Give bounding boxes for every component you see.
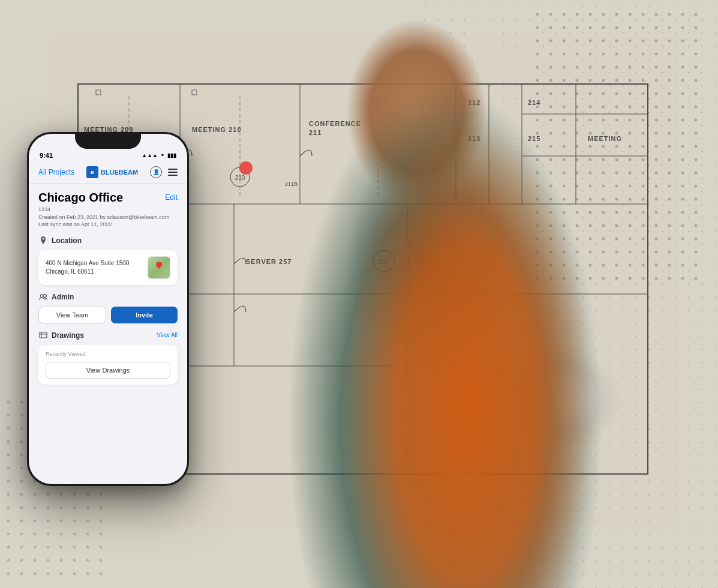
svg-point-41 xyxy=(41,294,44,297)
drawings-section: Drawings View All Recently Viewed View D… xyxy=(38,331,178,385)
phone-screen: 9:41 ▲▲▲ ⚬ ▮▮▮ All Projects B BLUEBEAM xyxy=(29,134,187,484)
view-all-link[interactable]: View All xyxy=(157,332,178,338)
admin-section-header: Admin xyxy=(38,292,178,302)
project-created: Created on Feb 23, 2021 by sdawson@blueb… xyxy=(38,214,178,221)
project-title-row: Chicago Office Edit xyxy=(38,191,178,205)
bb-logo-icon: B xyxy=(86,166,98,178)
view-team-button[interactable]: View Team xyxy=(38,307,106,323)
location-icon xyxy=(38,236,48,245)
phone-nav-bar: All Projects B BLUEBEAM 👤 xyxy=(29,164,187,184)
brand-name: BLUEBEAM xyxy=(101,169,138,176)
location-address: 400 N Michigan Ave Suite 1500 Chicago, I… xyxy=(46,259,129,276)
admin-buttons: View Team Invite xyxy=(38,307,178,323)
admin-label: Admin xyxy=(52,293,74,301)
phone-notch xyxy=(75,134,141,149)
all-projects-link[interactable]: All Projects xyxy=(38,168,74,176)
nav-icons: 👤 xyxy=(150,166,178,178)
drawings-label: Drawings xyxy=(52,331,84,340)
status-time: 9:41 xyxy=(40,152,53,159)
battery-icon: ▮▮▮ xyxy=(167,152,176,158)
svg-point-42 xyxy=(44,294,47,297)
menu-icon[interactable] xyxy=(168,169,178,176)
edit-link[interactable]: Edit xyxy=(165,193,178,202)
phone-frame: 9:41 ▲▲▲ ⚬ ▮▮▮ All Projects B BLUEBEAM xyxy=(27,132,189,486)
scene: MEETING 209 MEETING 210 CONFERENCE 211 2… xyxy=(0,0,718,588)
profile-icon[interactable]: 👤 xyxy=(150,166,162,178)
address-line2: Chicago, IL 60611 xyxy=(46,268,129,276)
admin-section: Admin View Team Invite xyxy=(38,292,178,323)
map-thumbnail[interactable] xyxy=(148,256,170,279)
project-meta: 1234 Created on Feb 23, 2021 by sdawson@… xyxy=(38,206,178,229)
phone-content: Chicago Office Edit 1234 Created on Feb … xyxy=(29,184,187,480)
location-section-header: Location xyxy=(38,236,178,245)
wifi-icon: ⚬ xyxy=(160,152,165,158)
map-pin xyxy=(156,262,162,269)
view-drawings-button[interactable]: View Drawings xyxy=(46,362,170,379)
status-icons: ▲▲▲ ⚬ ▮▮▮ xyxy=(142,152,176,158)
address-line1: 400 N Michigan Ave Suite 1500 xyxy=(46,259,129,268)
invite-button[interactable]: Invite xyxy=(111,307,178,323)
signal-icon: ▲▲▲ xyxy=(142,152,158,158)
location-label: Location xyxy=(52,236,82,245)
drawings-title-row: Drawings xyxy=(38,331,84,340)
project-last-sync: Last sync was on Apr 11, 2022 xyxy=(38,221,178,229)
project-id: 1234 xyxy=(38,206,178,214)
location-card: 400 N Michigan Ave Suite 1500 Chicago, I… xyxy=(38,250,178,285)
drawings-icon xyxy=(38,331,48,340)
phone-mockup: 9:41 ▲▲▲ ⚬ ▮▮▮ All Projects B BLUEBEAM xyxy=(27,132,189,486)
recently-viewed-label: Recently Viewed xyxy=(46,351,170,357)
drawings-card: Recently Viewed View Drawings xyxy=(38,345,178,385)
dot-grid-overlay xyxy=(535,12,703,290)
project-title: Chicago Office xyxy=(38,191,123,205)
admin-icon xyxy=(38,292,48,302)
svg-rect-47 xyxy=(535,12,703,288)
drawings-section-header: Drawings View All xyxy=(38,331,178,340)
location-section: Location 400 N Michigan Ave Suite 1500 C… xyxy=(38,236,178,285)
bluebeam-logo: B BLUEBEAM xyxy=(86,166,138,178)
svg-rect-43 xyxy=(40,332,47,338)
